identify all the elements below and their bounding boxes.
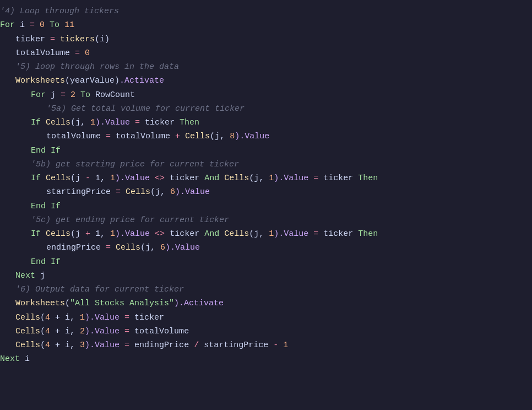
token <box>66 90 70 100</box>
token: 1, <box>90 174 110 183</box>
token: = <box>30 20 35 30</box>
token: ticker <box>318 174 358 183</box>
line-content: If Cells(j + 1, 1).Value <> ticker And C… <box>0 228 378 240</box>
line-content: '5b) get starting price for current tick… <box>0 158 239 171</box>
code-line: '5b) get starting price for current tick… <box>0 158 532 171</box>
token: (j, <box>70 118 90 127</box>
token: <> <box>155 174 165 183</box>
token: ).Value <box>85 341 124 350</box>
token: + <box>85 229 90 239</box>
line-content: '6) Output data for current ticker <box>0 283 184 296</box>
code-line: '4) Loop through tickers <box>0 4 532 18</box>
code-line: Cells(4 + i, 1).Value = ticker <box>0 311 532 325</box>
token: 1 <box>269 174 274 183</box>
token: To <box>75 90 95 100</box>
line-content: Cells(4 + i, 3).Value = endingPrice / st… <box>0 339 288 352</box>
token: (j, <box>249 229 269 239</box>
token: Cells <box>126 187 150 197</box>
code-line: totalVolume = totalVolume + Cells(j, 8).… <box>0 130 532 143</box>
token: startingPrice <box>46 187 111 197</box>
token: ticker <box>165 229 204 239</box>
token: 0 <box>40 20 45 30</box>
token: End If <box>31 257 61 267</box>
token: '5c) get ending price for current ticker <box>31 215 229 225</box>
token: Cells <box>15 327 40 336</box>
code-line: End If <box>0 199 532 213</box>
token: Cells <box>116 243 140 252</box>
token: 6 <box>170 187 175 197</box>
token: = <box>135 118 140 127</box>
token: '5a) Get total volume for current ticker <box>46 104 245 114</box>
token: ).Value <box>85 313 124 322</box>
token: (yearValue) <box>65 76 120 85</box>
token: = <box>124 341 129 350</box>
token: - <box>85 174 90 183</box>
code-line: End If <box>0 144 532 158</box>
token: / <box>194 341 199 350</box>
token: totalVolume <box>116 132 170 141</box>
token: (j <box>70 229 85 239</box>
token <box>278 341 283 350</box>
token: Cells <box>41 174 70 183</box>
line-content: End If <box>0 200 61 213</box>
code-line: endingPrice = Cells(j, 6).Value <box>0 241 532 255</box>
token: If <box>31 118 41 127</box>
token: 2 <box>70 90 75 100</box>
token: ticker <box>15 35 45 44</box>
code-line: Worksheets(yearValue).Activate <box>0 74 532 88</box>
token: (j, <box>249 174 269 183</box>
token: (j <box>70 174 85 183</box>
token: 3 <box>80 341 85 350</box>
code-line: totalVolume = 0 <box>0 46 532 60</box>
token: totalVolume <box>46 132 101 141</box>
line-content: '4) Loop through tickers <box>0 5 119 18</box>
token: = <box>124 327 129 336</box>
token: '5) loop through rows in the data <box>15 62 179 72</box>
token: '5b) get starting price for current tick… <box>31 160 239 169</box>
line-content: Worksheets("All Stocks Analysis").Activa… <box>0 297 224 310</box>
token: 1 <box>90 118 95 127</box>
code-line: startingPrice = Cells(j, 6).Value <box>0 185 532 199</box>
token: 4 <box>45 313 50 322</box>
token: + i, <box>50 327 80 336</box>
token: = <box>313 229 318 239</box>
token: For <box>0 20 15 30</box>
token: = <box>111 187 126 197</box>
code-line: For j = 2 To RowCount <box>0 88 532 102</box>
token: + <box>170 132 185 141</box>
token: endingPrice <box>129 341 194 350</box>
token: 1 <box>80 313 85 322</box>
code-line: If Cells(j - 1, 1).Value <> ticker And C… <box>0 171 532 185</box>
token: 6 <box>160 243 165 252</box>
code-line: Cells(4 + i, 3).Value = endingPrice / st… <box>0 338 532 352</box>
token: For <box>31 90 46 100</box>
token: Worksheets <box>15 76 65 85</box>
token: (j, <box>140 243 160 252</box>
token: To <box>45 20 64 30</box>
token <box>35 20 40 30</box>
code-line: Next j <box>0 269 532 283</box>
line-content: totalVolume = totalVolume + Cells(j, 8).… <box>0 130 269 143</box>
token: ticker <box>140 118 180 127</box>
token: ( <box>40 313 45 322</box>
token: ).Value <box>175 187 210 197</box>
token: Cells <box>15 341 40 350</box>
line-content: If Cells(j - 1, 1).Value <> ticker And C… <box>0 172 378 185</box>
token: End If <box>31 146 61 155</box>
token: <> <box>155 229 165 239</box>
token: ).Value <box>274 229 313 239</box>
line-content: startingPrice = Cells(j, 6).Value <box>0 186 210 198</box>
token: = <box>45 35 60 44</box>
token: Cells <box>185 132 210 141</box>
token: .Activate <box>120 76 164 85</box>
token: Worksheets <box>15 299 65 308</box>
line-content: For j = 2 To RowCount <box>0 89 135 101</box>
token: RowCount <box>95 90 135 100</box>
token: ).Value <box>85 327 124 336</box>
token: Cells <box>41 229 70 239</box>
token: 8 <box>230 132 235 141</box>
token: + i, <box>50 313 80 322</box>
token: 0 <box>85 48 90 58</box>
token: 4 <box>45 341 50 350</box>
line-content: '5) loop through rows in the data <box>0 61 179 73</box>
